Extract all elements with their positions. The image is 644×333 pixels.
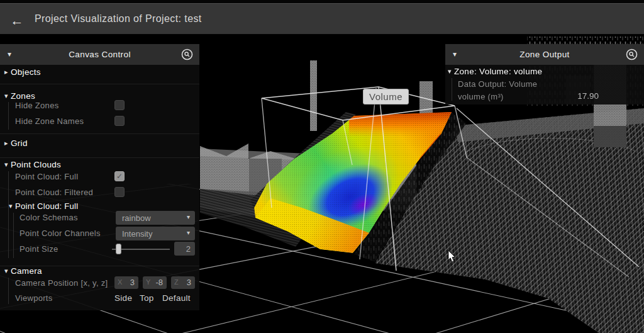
canvas-control-title: Canvas Control [0,44,199,65]
section-zones[interactable]: Zones [11,91,35,101]
color-schemas-dropdown[interactable]: rainbow ▾ [116,211,195,225]
volume-unit-label: volume (m³) [458,92,504,101]
page-title: Project Visualization of Project: test [35,4,202,34]
point-clouds-caret-icon[interactable]: ▾ [4,161,8,169]
app-window: Volume ← Project Visualization of Projec… [0,0,644,333]
section-divider [0,157,199,158]
zones-caret-icon[interactable]: ▾ [4,92,8,100]
chevron-down-icon: ▾ [187,213,190,220]
y-axis-value: -8 [155,278,163,287]
color-schemas-label: Color Schemas [19,213,78,222]
point-cloud-filtered-label: Point Cloud: Filtered [15,188,93,197]
subsection-point-cloud-full[interactable]: Point Cloud: Full [15,201,78,211]
camera-caret-icon[interactable]: ▾ [4,267,8,275]
section-grid[interactable]: Grid [11,138,28,148]
x-axis-label: X [118,278,122,286]
back-arrow-icon: ← [11,13,24,28]
camera-y-input[interactable]: Y -8 [143,276,167,289]
grid-caret-icon[interactable]: ▸ [4,139,8,147]
point-size-slider-handle[interactable] [116,244,121,254]
viewport-side-button[interactable]: Side [114,293,132,303]
point-color-channels-dropdown[interactable]: Intensity ▾ [116,227,195,240]
point-cloud-full-checkbox[interactable]: ✓ [114,171,125,181]
camera-x-input[interactable]: X 3 [114,276,138,289]
section-divider [0,84,199,84]
point-color-channels-label: Point Color Channels [19,229,101,238]
zone-volume-tag[interactable]: Volume [363,89,409,104]
viewport-default-button[interactable]: Default [162,293,191,303]
z-axis-value: 3 [187,278,191,287]
section-divider [0,133,199,134]
section-point-clouds[interactable]: Point Clouds [11,160,61,169]
canvas-control-panel: ▾ Canvas Control ▸ Objects ▾ Zones Hide … [0,44,199,310]
section-objects[interactable]: Objects [11,67,41,77]
tree-guide [8,102,9,130]
camera-z-input[interactable]: Z 3 [171,276,195,289]
top-bar-surface: ← Project Visualization of Project: test [0,3,644,34]
canvas-control-header[interactable]: ▾ Canvas Control [0,44,199,65]
zone-output-title: Zone Output [445,44,644,65]
tree-guide [8,278,9,304]
check-icon: ✓ [115,172,124,181]
search-circle-icon[interactable] [626,48,638,60]
top-bar: ← Project Visualization of Project: test [0,0,644,35]
tree-guide [13,213,14,258]
hide-zones-checkbox[interactable]: ✓ [114,100,125,110]
objects-caret-icon[interactable]: ▸ [4,68,8,76]
point-size-value[interactable]: 2 [174,242,195,256]
volume-value: 17.90 [577,91,599,101]
point-cloud-full-settings-caret-icon[interactable]: ▾ [9,202,13,210]
zone-caret-icon[interactable]: ▾ [448,67,452,76]
viewports-label: Viewports [15,293,53,303]
z-axis-label: Z [174,278,179,286]
chevron-down-icon: ▾ [187,229,190,236]
data-output-label: Data Output: Volume [458,79,537,89]
camera-position-label: Camera Position [x, y, z] [15,278,108,288]
point-cloud-filtered-checkbox[interactable]: ✓ [114,187,125,197]
tree-guide [452,78,452,101]
zone-output-panel: ▾ Zone Output ▾ Zone: Volume: volume Dat… [445,44,644,104]
hide-zone-names-label: Hide Zone Names [15,116,84,126]
point-cloud-full-label: Point Cloud: Full [15,172,78,181]
x-axis-value: 3 [130,278,135,287]
back-button[interactable]: ← [8,13,26,30]
y-axis-label: Y [146,278,150,286]
hide-zones-label: Hide Zones [15,101,58,110]
point-size-label: Point Size [19,244,58,254]
hide-zone-names-checkbox[interactable]: ✓ [114,116,125,126]
section-camera[interactable]: Camera [11,266,42,276]
viewport-top-button[interactable]: Top [140,293,154,303]
zone-output-header[interactable]: ▾ Zone Output [445,44,644,65]
color-schemas-value: rainbow [122,211,151,225]
search-circle-icon[interactable] [181,48,193,60]
point-color-channels-value: Intensity [122,227,152,240]
tree-guide [8,171,9,258]
zone-header-label[interactable]: Zone: Volume: volume [454,67,542,76]
